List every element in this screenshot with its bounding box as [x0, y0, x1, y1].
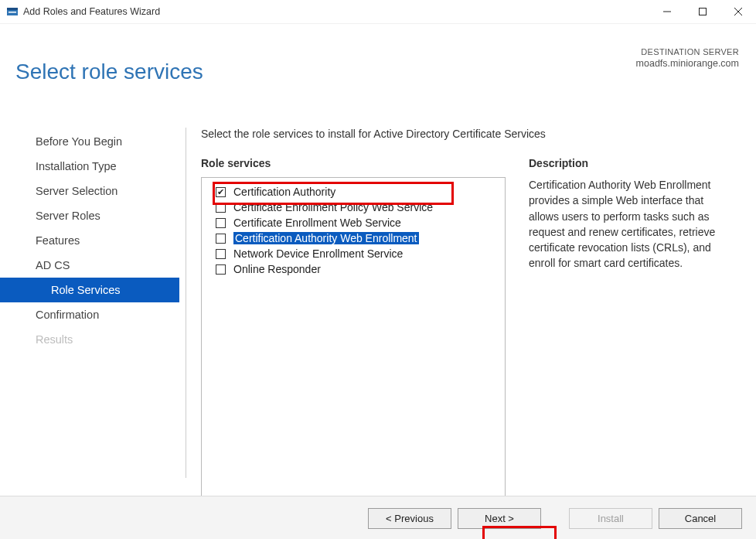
nav-item[interactable]: Role Services	[0, 278, 179, 302]
roles-title: Role services	[201, 157, 506, 169]
role-checkbox[interactable]	[216, 203, 226, 213]
nav-item[interactable]: AD CS	[0, 253, 179, 278]
install-button[interactable]: Install	[569, 508, 652, 529]
next-button[interactable]: Next >	[458, 508, 541, 529]
role-checkbox[interactable]: ✔	[216, 187, 226, 197]
footer: < Previous Next > Install Cancel	[0, 496, 756, 539]
svg-rect-4	[700, 9, 707, 15]
svg-rect-2	[9, 12, 16, 13]
body: Before You BeginInstallation TypeServer …	[0, 117, 756, 493]
role-label: Certificate Enrollment Web Service	[233, 217, 401, 229]
cancel-button[interactable]: Cancel	[659, 508, 742, 529]
nav-item[interactable]: Before You Begin	[0, 129, 179, 154]
page: Select role services DESTINATION SERVER …	[0, 24, 756, 539]
role-item[interactable]: Certificate Enrollment Policy Web Servic…	[209, 200, 497, 215]
role-label: Certificate Enrollment Policy Web Servic…	[233, 201, 433, 213]
destination-server: moadfs.miniorange.com	[636, 58, 739, 69]
role-item[interactable]: Network Device Enrollment Service	[209, 246, 497, 261]
role-checkbox[interactable]	[216, 234, 226, 244]
description-text: Certification Authority Web Enrollment p…	[529, 177, 734, 271]
role-item[interactable]: Certificate Enrollment Web Service	[209, 215, 497, 230]
nav-item[interactable]: Installation Type	[0, 154, 179, 179]
destination-block: DESTINATION SERVER moadfs.miniorange.com	[636, 47, 739, 69]
role-checkbox[interactable]	[216, 218, 226, 228]
roles-listbox[interactable]: ✔Certification AuthorityCertificate Enro…	[201, 177, 506, 497]
role-label: Network Device Enrollment Service	[233, 247, 403, 260]
wizard-nav: Before You BeginInstallation TypeServer …	[0, 117, 179, 493]
content-intro: Select the role services to install for …	[201, 128, 739, 140]
window-title: Add Roles and Features Wizard	[23, 6, 160, 17]
content: Select the role services to install for …	[179, 117, 756, 493]
role-label: Certification Authority Web Enrollment	[233, 232, 419, 244]
role-item[interactable]: Certification Authority Web Enrollment	[209, 230, 497, 246]
role-label: Online Responder	[233, 263, 321, 275]
nav-item[interactable]: Server Roles	[0, 203, 179, 228]
content-columns: Role services ✔Certification AuthorityCe…	[201, 157, 739, 497]
nav-item[interactable]: Features	[0, 228, 179, 253]
svg-rect-1	[7, 8, 18, 10]
previous-button[interactable]: < Previous	[368, 508, 451, 529]
description-title: Description	[529, 157, 734, 169]
role-item[interactable]: ✔Certification Authority	[209, 184, 497, 200]
close-button[interactable]	[720, 0, 756, 23]
role-checkbox[interactable]	[216, 264, 226, 275]
role-item[interactable]: Online Responder	[209, 261, 497, 277]
role-checkbox[interactable]	[216, 249, 226, 259]
window-controls	[649, 0, 756, 23]
roles-column: Role services ✔Certification AuthorityCe…	[201, 157, 506, 497]
nav-item[interactable]: Confirmation	[0, 302, 179, 327]
destination-label: DESTINATION SERVER	[636, 47, 739, 56]
nav-item: Results	[0, 327, 179, 352]
app-icon	[6, 5, 19, 18]
header: Select role services DESTINATION SERVER …	[0, 24, 756, 101]
description-column: Description Certification Authority Web …	[529, 157, 739, 497]
nav-item[interactable]: Server Selection	[0, 179, 179, 203]
page-title: Select role services	[15, 60, 741, 84]
maximize-button[interactable]	[685, 0, 720, 23]
titlebar: Add Roles and Features Wizard	[0, 0, 756, 24]
role-label: Certification Authority	[233, 186, 335, 198]
minimize-button[interactable]	[649, 0, 685, 23]
